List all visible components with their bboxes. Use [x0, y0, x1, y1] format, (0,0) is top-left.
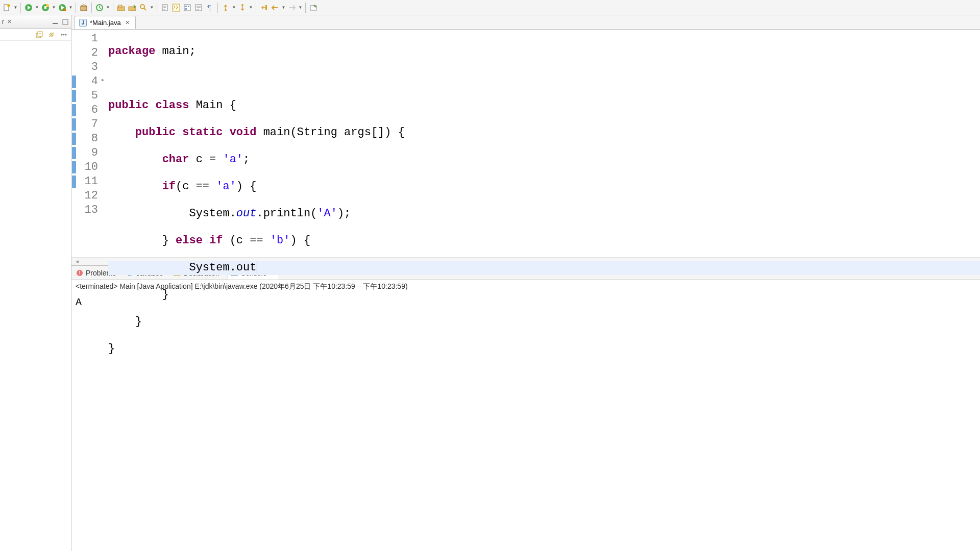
dropdown-icon[interactable]: ▼ [249, 3, 253, 13]
svg-point-5 [46, 4, 49, 7]
open-task-icon[interactable] [127, 3, 137, 13]
build-icon[interactable] [94, 3, 105, 13]
svg-point-23 [241, 4, 243, 6]
svg-point-22 [225, 9, 227, 11]
svg-rect-27 [63, 19, 68, 24]
svg-rect-7 [63, 9, 66, 11]
debug-icon[interactable] [40, 3, 51, 13]
package-explorer-view: r ✕ [0, 15, 71, 551]
dropdown-icon[interactable]: ▼ [232, 3, 236, 13]
tab-filename: *Main.java [90, 19, 121, 27]
editor-panel: J *Main.java ✕ 1 2 3 4 5 6 7 8 9 [71, 15, 980, 551]
maximize-icon[interactable] [62, 18, 69, 26]
marker-strip [71, 30, 78, 257]
close-view-icon[interactable]: ✕ [6, 18, 13, 26]
dropdown-icon[interactable]: ▼ [281, 3, 286, 13]
svg-rect-11 [118, 5, 122, 8]
svg-rect-18 [188, 6, 189, 7]
editor-tab-main-java[interactable]: J *Main.java ✕ [75, 16, 136, 29]
view-header: r ✕ [0, 15, 71, 29]
annotation-prev-icon[interactable] [220, 3, 231, 13]
svg-rect-16 [184, 5, 190, 11]
pin-editor-icon[interactable] [308, 3, 318, 13]
toggle-breadcrumb-icon[interactable] [171, 3, 181, 13]
svg-rect-8 [81, 6, 87, 11]
new-icon[interactable] [2, 3, 12, 13]
problems-icon: ! [76, 269, 83, 277]
view-title-truncated: r [2, 18, 4, 26]
editor-tabs: J *Main.java ✕ [71, 15, 980, 30]
svg-point-32 [65, 34, 67, 35]
main-toolbar: ▼ ▼ ▼ ▼ ▼ ▼ ¶ ▼ ▼ ▼ ▼ [0, 0, 980, 15]
search-icon[interactable] [138, 3, 149, 13]
link-editor-icon[interactable] [47, 31, 56, 39]
run-last-icon[interactable] [57, 3, 67, 13]
code-editor[interactable]: 1 2 3 4 5 6 7 8 9 10 11 12 13 package ma [71, 30, 980, 257]
annotation-strip [101, 30, 108, 257]
minimize-icon[interactable] [52, 18, 59, 26]
svg-rect-4 [44, 6, 46, 9]
text-cursor [257, 261, 257, 273]
toggle-block-icon[interactable] [182, 3, 192, 13]
dropdown-icon[interactable]: ▼ [52, 3, 56, 13]
svg-rect-15 [173, 4, 180, 11]
svg-point-30 [61, 34, 63, 35]
back-icon[interactable] [270, 3, 280, 13]
forward-icon[interactable] [287, 3, 297, 13]
svg-text:!: ! [79, 270, 80, 276]
svg-rect-17 [185, 6, 187, 7]
last-edit-icon[interactable] [259, 3, 269, 13]
code-body[interactable]: package main; public class Main { public… [108, 30, 980, 257]
dropdown-icon[interactable]: ▼ [106, 3, 110, 13]
pilcrow-icon[interactable]: ¶ [205, 3, 215, 13]
open-type-icon[interactable] [116, 3, 126, 13]
dropdown-icon[interactable]: ▼ [150, 3, 154, 13]
svg-point-13 [140, 5, 144, 9]
close-tab-icon[interactable]: ✕ [124, 19, 131, 26]
toggle-whitespace-icon[interactable] [193, 3, 204, 13]
svg-point-31 [63, 34, 65, 35]
view-menu-icon[interactable] [60, 31, 68, 39]
svg-rect-24 [265, 5, 267, 10]
line-number-gutter: 1 2 3 4 5 6 7 8 9 10 11 12 13 [78, 30, 101, 257]
new-package-icon[interactable] [79, 3, 89, 13]
dropdown-icon[interactable]: ▼ [35, 3, 39, 13]
svg-rect-19 [185, 8, 187, 10]
collapse-all-icon[interactable] [35, 31, 43, 39]
annotation-next-icon[interactable] [237, 3, 248, 13]
run-icon[interactable] [23, 3, 34, 13]
dropdown-icon[interactable]: ▼ [68, 3, 73, 13]
dropdown-icon[interactable]: ▼ [13, 3, 18, 13]
view-mini-toolbar [0, 29, 71, 41]
java-file-icon: J [79, 19, 87, 27]
svg-text:¶: ¶ [207, 4, 211, 12]
dropdown-icon[interactable]: ▼ [298, 3, 303, 13]
toggle-mark-icon[interactable] [160, 3, 170, 13]
svg-rect-26 [53, 23, 58, 24]
